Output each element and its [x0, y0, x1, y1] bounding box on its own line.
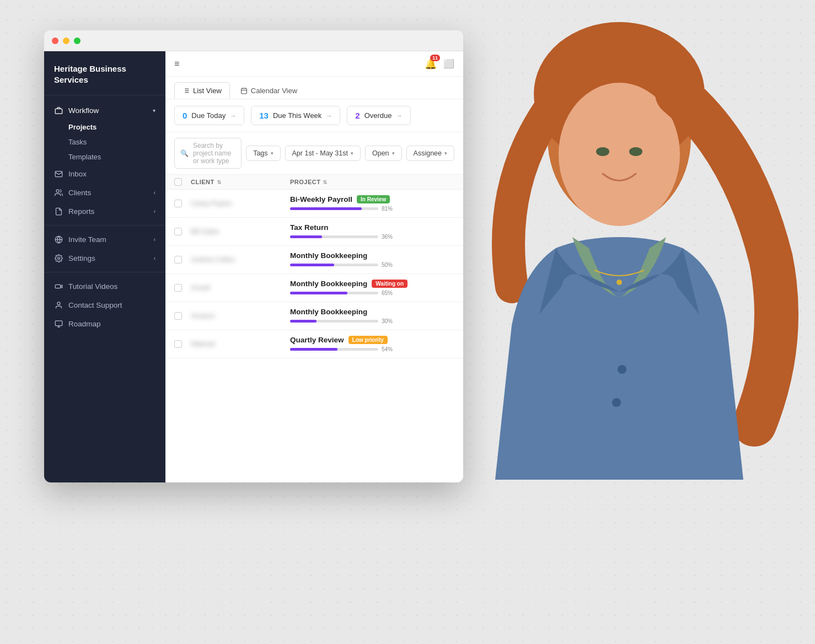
sidebar-item-settings[interactable]: Settings ‹ — [44, 249, 165, 267]
progress-fill — [290, 207, 362, 210]
roadmap-label: Roadmap — [68, 320, 156, 328]
row-checkbox[interactable] — [174, 312, 182, 320]
close-button[interactable] — [52, 37, 58, 44]
filter-row: 🔍 Search by project name or work type Ta… — [165, 132, 463, 175]
tags-chevron: ▾ — [271, 151, 274, 156]
progress-bar-bg — [290, 235, 378, 238]
search-box[interactable]: 🔍 Search by project name or work type — [174, 138, 242, 169]
export-icon[interactable]: ⬜ — [443, 58, 454, 69]
sidebar-item-reports[interactable]: Reports ‹ — [44, 202, 165, 221]
due-today-arrow: → — [230, 112, 236, 119]
sidebar-item-workflow[interactable]: Workflow ▾ — [44, 101, 165, 120]
sidebar-item-inbox[interactable]: Inbox — [44, 164, 165, 183]
table-row[interactable]: Amazon Monthly Bookkeeping 30% — [165, 302, 463, 330]
search-placeholder: Search by project name or work type — [193, 142, 235, 165]
project-name: Quartly Review — [290, 336, 344, 344]
notification-bell[interactable]: 🔔 11 — [425, 58, 437, 70]
svg-point-20 — [559, 83, 680, 226]
calendar-icon — [240, 87, 248, 94]
status-badge: Waiting on — [372, 280, 408, 288]
svg-point-6 — [57, 302, 60, 304]
overdue-count: 2 — [355, 111, 360, 120]
sidebar-item-roadmap[interactable]: Roadmap — [44, 314, 165, 333]
project-name-row: Monthly Bookkeeping — [290, 308, 454, 316]
sidebar-item-tutorial[interactable]: Tutorial Videos — [44, 277, 165, 296]
svg-point-4 — [57, 257, 60, 259]
stat-due-today[interactable]: 0 Due Today → — [174, 106, 244, 125]
person-overlay — [412, 0, 815, 644]
tags-label: Tags — [253, 149, 267, 157]
tab-list-view[interactable]: List View — [174, 82, 230, 99]
client-name: Bill Gates — [191, 228, 290, 235]
svg-point-25 — [612, 398, 621, 407]
gear-icon — [54, 254, 63, 262]
sidebar-item-invite-team[interactable]: Invite Team ‹ — [44, 230, 165, 249]
notification-count: 11 — [430, 55, 440, 61]
progress-percent: 30% — [382, 318, 393, 324]
table-row[interactable]: Andrew Collins Monthly Bookkeeping 50% — [165, 246, 463, 274]
file-icon — [54, 207, 63, 216]
topbar-right: 🔔 11 ⬜ — [425, 58, 454, 70]
window-body: Heritage Business Services Workflow ▾ Pr… — [44, 51, 463, 482]
stat-overdue[interactable]: 2 Overdue → — [347, 106, 410, 125]
sidebar-item-support[interactable]: Contact Support — [44, 296, 165, 314]
support-icon — [54, 300, 63, 309]
table-row[interactable]: Casey Payton Bi-Weekly Payroll In Review… — [165, 190, 463, 218]
row-checkbox[interactable] — [174, 228, 182, 235]
client-name: Walmart — [191, 340, 290, 348]
client-sort-icon: ⇅ — [217, 179, 222, 185]
clients-label: Clients — [68, 189, 148, 197]
filter-status[interactable]: Open ▾ — [365, 146, 402, 161]
due-week-label: Due This Week — [273, 111, 321, 120]
workflow-label: Workflow — [68, 106, 147, 115]
row-checkbox[interactable] — [174, 340, 182, 348]
project-name-row: Tax Return — [290, 223, 454, 232]
row-checkbox[interactable] — [174, 200, 182, 207]
stat-due-week[interactable]: 13 Due This Week → — [251, 106, 340, 125]
sidebar-item-templates[interactable]: Templates — [68, 149, 165, 164]
workflow-subitems: Projects Tasks Templates — [44, 120, 165, 164]
briefcase-icon — [54, 106, 63, 115]
svg-rect-14 — [241, 88, 246, 94]
sidebar-navigation: Workflow ▾ Projects Tasks Templates — [44, 95, 165, 482]
maximize-button[interactable] — [74, 37, 81, 44]
sidebar-item-tasks[interactable]: Tasks — [68, 135, 165, 149]
table-header: CLIENT ⇅ PROJECT ⇅ — [165, 175, 463, 190]
status-badge: In Review — [357, 195, 390, 203]
filter-tags[interactable]: Tags ▾ — [246, 146, 280, 161]
client-column-header[interactable]: CLIENT ⇅ — [191, 178, 290, 186]
mail-icon — [54, 169, 63, 178]
filter-date-range[interactable]: Apr 1st - May 31st ▾ — [285, 146, 361, 161]
project-column-header[interactable]: PROJECT ⇅ — [290, 178, 454, 186]
search-icon: 🔍 — [180, 149, 189, 157]
invite-team-label: Invite Team — [68, 235, 148, 244]
row-checkbox[interactable] — [174, 256, 182, 264]
filter-assignee[interactable]: Assignee ▾ — [406, 146, 454, 161]
client-name: Arnold — [191, 284, 290, 292]
clients-chevron: ‹ — [154, 190, 156, 196]
hamburger-menu[interactable]: ≡ — [174, 59, 179, 69]
row-checkbox[interactable] — [174, 284, 182, 292]
table-row[interactable]: Bill Gates Tax Return 36% — [165, 218, 463, 246]
project-name-row: Monthly Bookkeeping — [290, 251, 454, 260]
table-row[interactable]: Arnold Monthly Bookkeeping Waiting on 65… — [165, 274, 463, 302]
project-name: Bi-Weekly Payroll — [290, 195, 352, 203]
progress-percent: 54% — [382, 346, 393, 352]
sidebar-item-clients[interactable]: Clients ‹ — [44, 183, 165, 202]
progress-wrap: 36% — [290, 234, 454, 240]
project-cell: Bi-Weekly Payroll In Review 81% — [290, 195, 454, 212]
sidebar-divider-1 — [44, 225, 165, 226]
tutorial-label: Tutorial Videos — [68, 282, 156, 291]
progress-wrap: 65% — [290, 290, 454, 296]
project-cell: Monthly Bookkeeping 50% — [290, 251, 454, 268]
tab-calendar-view[interactable]: Calendar View — [232, 82, 305, 99]
progress-wrap: 54% — [290, 346, 454, 352]
minimize-button[interactable] — [63, 37, 69, 44]
due-week-count: 13 — [259, 111, 269, 120]
select-all-checkbox[interactable] — [174, 178, 182, 186]
settings-label: Settings — [68, 254, 148, 262]
table-row[interactable]: Walmart Quartly Review Low priority 54% — [165, 330, 463, 358]
sidebar-item-projects[interactable]: Projects — [68, 120, 165, 135]
svg-point-19 — [534, 22, 705, 165]
support-label: Contact Support — [68, 301, 156, 309]
